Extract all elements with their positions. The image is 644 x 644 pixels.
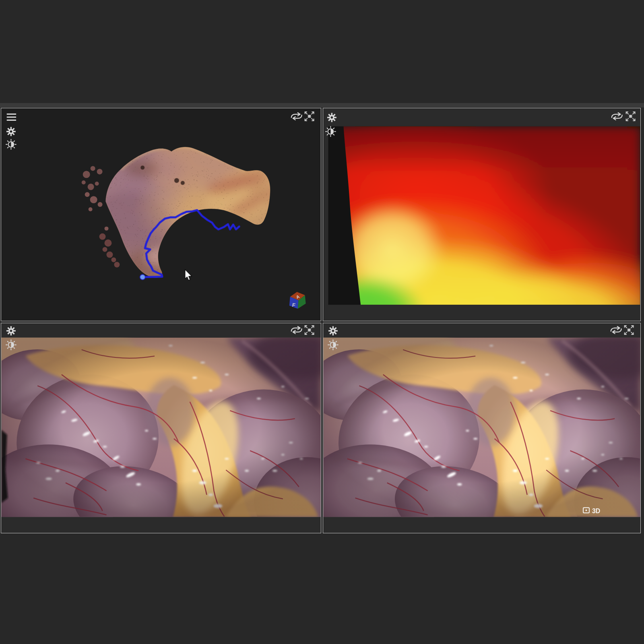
menu-icon[interactable] [6,114,16,121]
camera-left-image[interactable] [1,324,321,533]
depth-heatmap [323,112,640,321]
trajectory-endpoint [140,275,145,280]
watermark-label: 3D [592,508,600,514]
viewport-camera-left [1,323,321,533]
window-top-strip [0,103,644,107]
viewport-depth-heatmap [323,108,641,321]
brightness-contrast-icon[interactable] [6,340,16,350]
camera-right-image[interactable] [323,324,640,533]
viewport-camera-right: 3D [323,323,641,533]
viewport-3d-reconstruction: A F [1,108,321,321]
